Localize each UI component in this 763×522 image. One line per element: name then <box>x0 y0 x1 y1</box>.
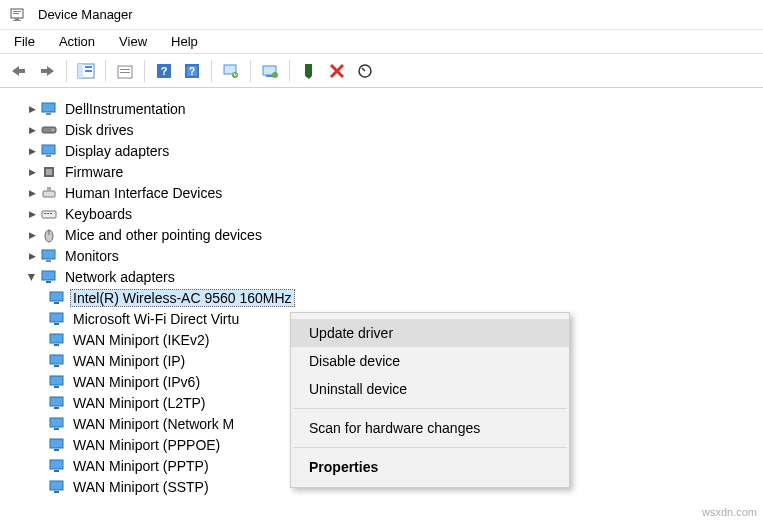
svg-rect-26 <box>42 103 55 112</box>
svg-rect-61 <box>54 449 59 451</box>
expand-icon[interactable]: ▶ <box>24 143 40 159</box>
chip-icon <box>40 163 58 181</box>
svg-rect-4 <box>13 13 19 14</box>
monitor-icon <box>40 247 58 265</box>
toolbar-separator <box>105 60 106 82</box>
category-label: Keyboards <box>62 205 135 223</box>
svg-rect-27 <box>46 113 51 115</box>
ctx-properties[interactable]: Properties <box>291 453 569 481</box>
tree-category-network[interactable]: ▶ Network adapters <box>8 266 763 287</box>
tree-category[interactable]: ▶ DellInstrumentation <box>8 98 763 119</box>
svg-rect-2 <box>13 20 21 21</box>
svg-rect-60 <box>50 439 63 448</box>
forward-button[interactable] <box>34 58 60 84</box>
device-manager-icon <box>8 6 26 24</box>
ctx-update-driver[interactable]: Update driver <box>291 319 569 347</box>
network-adapter-icon <box>48 415 66 433</box>
network-adapter-icon <box>48 373 66 391</box>
scan-hardware-button[interactable] <box>218 58 244 84</box>
svg-rect-31 <box>46 155 51 157</box>
update-driver-button[interactable] <box>257 58 283 84</box>
help-topics-button[interactable]: ? <box>179 58 205 84</box>
toolbar-separator <box>211 60 212 82</box>
svg-text:?: ? <box>189 66 195 77</box>
svg-rect-58 <box>50 418 63 427</box>
show-hide-tree-button[interactable] <box>73 58 99 84</box>
menu-help[interactable]: Help <box>161 32 208 51</box>
menu-action[interactable]: Action <box>49 32 105 51</box>
device-label: Intel(R) Wireless-AC 9560 160MHz <box>70 289 295 307</box>
menu-view[interactable]: View <box>109 32 157 51</box>
ctx-uninstall-device[interactable]: Uninstall device <box>291 375 569 403</box>
tree-category[interactable]: ▶ Monitors <box>8 245 763 266</box>
device-label: WAN Miniport (SSTP) <box>70 478 212 496</box>
svg-rect-45 <box>46 281 51 283</box>
network-adapter-icon <box>48 289 66 307</box>
back-button[interactable] <box>6 58 32 84</box>
ctx-disable-device[interactable]: Disable device <box>291 347 569 375</box>
svg-rect-13 <box>120 72 130 73</box>
tree-category[interactable]: ▶ Keyboards <box>8 203 763 224</box>
disk-icon <box>40 121 58 139</box>
svg-rect-62 <box>50 460 63 469</box>
menu-file[interactable]: File <box>4 32 45 51</box>
disable-button[interactable] <box>296 58 322 84</box>
svg-rect-46 <box>50 292 63 301</box>
network-adapter-icon <box>48 394 66 412</box>
svg-rect-39 <box>50 213 52 214</box>
tree-category[interactable]: ▶ Human Interface Devices <box>8 182 763 203</box>
device-label: WAN Miniport (PPPOE) <box>70 436 223 454</box>
tree-category[interactable]: ▶ Display adapters <box>8 140 763 161</box>
mouse-icon <box>40 226 58 244</box>
category-label: Mice and other pointing devices <box>62 226 265 244</box>
category-label: Monitors <box>62 247 122 265</box>
svg-rect-44 <box>42 271 55 280</box>
device-label: WAN Miniport (IPv6) <box>70 373 203 391</box>
device-label: WAN Miniport (PPTP) <box>70 457 212 475</box>
network-icon <box>40 268 58 286</box>
expand-icon[interactable]: ▶ <box>24 122 40 138</box>
expand-icon[interactable]: ▶ <box>24 206 40 222</box>
ctx-scan-hardware[interactable]: Scan for hardware changes <box>291 414 569 442</box>
category-label: Network adapters <box>62 268 178 286</box>
expand-icon[interactable]: ▶ <box>24 248 40 264</box>
svg-rect-50 <box>50 334 63 343</box>
tree-category[interactable]: ▶ Disk drives <box>8 119 763 140</box>
toolbar: ? ? <box>0 54 763 88</box>
expand-icon[interactable]: ▶ <box>24 164 40 180</box>
toolbar-separator <box>66 60 67 82</box>
tree-category[interactable]: ▶ Firmware <box>8 161 763 182</box>
context-menu: Update driver Disable device Uninstall d… <box>290 312 570 488</box>
network-adapter-icon <box>48 331 66 349</box>
device-label: Microsoft Wi-Fi Direct Virtu <box>70 310 242 328</box>
svg-point-23 <box>272 72 278 78</box>
collapse-icon[interactable]: ▶ <box>24 269 40 285</box>
tree-category[interactable]: ▶ Mice and other pointing devices <box>8 224 763 245</box>
ctx-separator <box>293 447 567 448</box>
svg-rect-35 <box>47 187 51 191</box>
network-adapter-icon <box>48 436 66 454</box>
menubar: File Action View Help <box>0 30 763 54</box>
svg-rect-51 <box>54 344 59 346</box>
tree-device-selected[interactable]: Intel(R) Wireless-AC 9560 160MHz <box>8 287 763 308</box>
expand-icon[interactable]: ▶ <box>24 101 40 117</box>
properties-button[interactable] <box>112 58 138 84</box>
category-label: Disk drives <box>62 121 136 139</box>
svg-rect-55 <box>54 386 59 388</box>
svg-rect-37 <box>44 213 46 214</box>
expand-icon[interactable]: ▶ <box>24 227 40 243</box>
watermark: wsxdn.com <box>702 506 757 518</box>
svg-rect-49 <box>54 323 59 325</box>
monitor-icon <box>40 100 58 118</box>
keyboard-icon <box>40 205 58 223</box>
uninstall-button[interactable] <box>324 58 350 84</box>
expand-icon[interactable]: ▶ <box>24 185 40 201</box>
ctx-separator <box>293 408 567 409</box>
help-button[interactable]: ? <box>151 58 177 84</box>
enable-button[interactable] <box>352 58 378 84</box>
toolbar-separator <box>250 60 251 82</box>
svg-rect-10 <box>85 70 92 72</box>
toolbar-separator <box>289 60 290 82</box>
titlebar: Device Manager <box>0 0 763 30</box>
hid-icon <box>40 184 58 202</box>
